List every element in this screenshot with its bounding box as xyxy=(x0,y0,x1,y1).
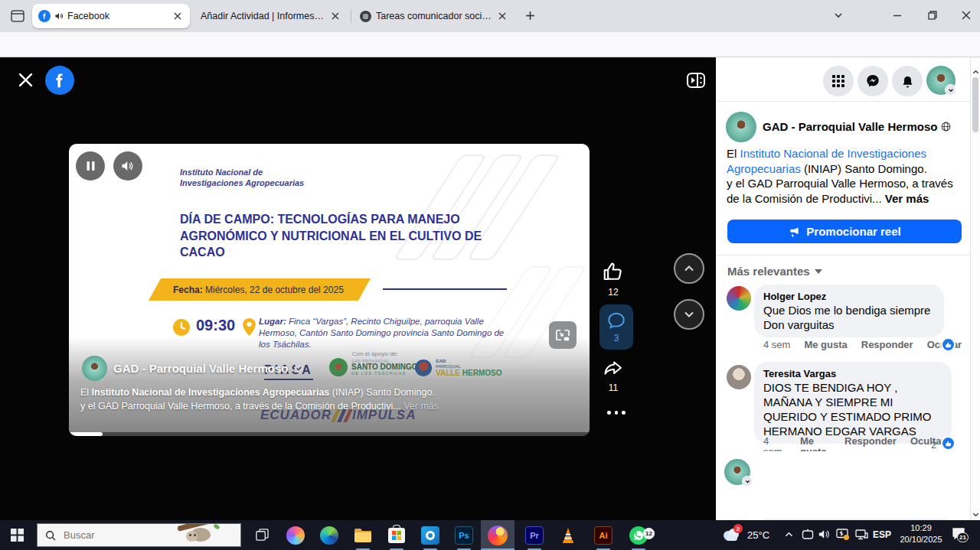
comment-author[interactable]: Holger Lopez xyxy=(763,290,935,303)
tab-close-icon[interactable] xyxy=(496,10,508,22)
apps-grid-button[interactable] xyxy=(823,66,854,96)
next-reel-button[interactable] xyxy=(674,299,704,330)
notification-center-icon[interactable]: 21 xyxy=(952,527,965,540)
reel-video[interactable]: Instituto Nacional de Investigaciones Ag… xyxy=(69,144,590,436)
like-button[interactable]: 12 xyxy=(602,260,625,298)
more-options-button[interactable] xyxy=(607,411,626,415)
promote-reel-button[interactable]: Promocionar reel xyxy=(727,220,962,243)
tray-volume-icon[interactable] xyxy=(818,529,831,540)
panel-scrollbar[interactable] xyxy=(970,57,980,520)
task-view-button[interactable] xyxy=(245,520,279,550)
commenter-avatar[interactable] xyxy=(727,286,751,311)
panel-divider xyxy=(716,101,970,102)
messenger-button[interactable] xyxy=(858,66,888,96)
taskbar-photoshop-button[interactable]: Ps xyxy=(447,520,481,550)
panel-divider xyxy=(716,255,970,255)
video-progress-track[interactable] xyxy=(69,432,590,436)
poster-divider-line xyxy=(383,288,507,290)
tab-audio-icon[interactable] xyxy=(54,11,64,21)
comment-like-badge[interactable] xyxy=(941,436,956,451)
share-button[interactable]: 11 xyxy=(602,357,625,393)
tab-tareas[interactable]: Tareas comunicador social GAD xyxy=(354,4,514,28)
list-all-tabs-button[interactable] xyxy=(831,8,846,23)
comment-bubble[interactable]: Holger Lopez Que Dios me lo bendiga siem… xyxy=(754,285,944,337)
window-minimize-button[interactable] xyxy=(890,8,905,23)
tray-time: 10:29 xyxy=(893,522,949,534)
taskbar-illustrator-button[interactable]: Ai xyxy=(586,520,620,550)
weather-badge: 2 xyxy=(733,524,743,533)
chevron-down-icon xyxy=(815,269,822,274)
firefox-view-button[interactable] xyxy=(10,8,25,27)
taskbar-whatsapp-button[interactable]: 12 xyxy=(622,520,655,550)
search-input[interactable] xyxy=(64,529,171,541)
sidebar-toggle-icon[interactable] xyxy=(686,71,706,93)
comment-like-badge[interactable] xyxy=(941,337,956,352)
temperature-label[interactable]: 25°C xyxy=(747,529,769,541)
whatsapp-badge: 12 xyxy=(643,528,655,539)
taskbar-copilot-button[interactable] xyxy=(279,520,312,550)
video-caption-line2: y el GAD Parroquial Valle Hermoso, a tra… xyxy=(80,401,570,412)
tab-close-icon[interactable] xyxy=(172,10,184,22)
reel-stage: Instituto Nacional de Investigaciones Ag… xyxy=(0,57,716,520)
close-reel-button[interactable] xyxy=(18,73,33,90)
page-name[interactable]: GAD - Parroquial Valle Hermoso xyxy=(763,120,951,133)
taskbar-outlook-button[interactable] xyxy=(413,520,447,550)
comment-bubble[interactable]: Teresita Vargas DIOS TE BENDIGA HOY , MA… xyxy=(754,362,952,444)
comment-actions: 4 sem Me gusta Responder Ocultar xyxy=(763,340,962,350)
previous-reel-button[interactable] xyxy=(674,253,704,284)
taskbar-edge-button[interactable] xyxy=(312,520,346,550)
tray-date: 20/10/2025 xyxy=(893,534,949,545)
search-highlight-sloth-image[interactable] xyxy=(171,523,224,547)
megaphone-icon xyxy=(788,226,800,238)
ver-mas-link[interactable]: Ver más xyxy=(403,401,439,412)
page-avatar[interactable] xyxy=(82,356,107,381)
tab-close-icon[interactable] xyxy=(329,10,341,22)
comment-button[interactable]: 3 xyxy=(599,304,633,350)
tab-informes[interactable]: Añadir Actividad | Informes Mensua xyxy=(194,4,348,28)
browser-toolbar: www.facebook.com/reel/807095881787930 S xyxy=(0,32,980,57)
scrollbar-thumb[interactable] xyxy=(972,77,978,132)
comment-text: DIOS TE BENDIGA HOY , MAÑANA Y SIEMPRE M… xyxy=(763,380,942,438)
picture-in-picture-button[interactable] xyxy=(549,321,577,349)
tab-facebook[interactable]: Facebook xyxy=(32,4,190,28)
start-button[interactable] xyxy=(0,520,34,550)
mute-button[interactable] xyxy=(113,151,142,181)
window-close-button[interactable] xyxy=(959,8,974,23)
profile-button[interactable] xyxy=(926,66,956,95)
comment-reply-link[interactable]: Responder xyxy=(861,340,913,350)
comment-author[interactable]: Teresita Vargas xyxy=(763,367,942,380)
comment-like-link[interactable]: Me gusta xyxy=(804,340,847,350)
windows-taskbar: Ps Pr Ai 12 2 25°C xyxy=(0,520,980,550)
scroll-down-icon[interactable] xyxy=(972,507,979,521)
taskbar-search-box[interactable] xyxy=(37,523,241,547)
taskbar-vlc-button[interactable] xyxy=(551,520,585,550)
taskbar-explorer-button[interactable] xyxy=(346,520,380,550)
post-description: El Instituto Nacional de Investigaciones… xyxy=(727,146,969,206)
video-progress-fill xyxy=(69,432,103,436)
notifications-button[interactable] xyxy=(892,66,923,96)
page-name[interactable]: GAD - Parroquial Valle Hermoso xyxy=(113,362,288,375)
taskbar-premiere-button[interactable]: Pr xyxy=(518,520,551,550)
taskbar-firefox-button[interactable] xyxy=(481,520,514,550)
ver-mas-link[interactable]: Ver más xyxy=(885,192,929,205)
comment-time[interactable]: 4 sem xyxy=(763,340,790,350)
like-count: 12 xyxy=(608,287,618,298)
profile-chevron-icon xyxy=(945,84,956,96)
commenter-avatar[interactable] xyxy=(727,365,751,389)
taskbar-store-button[interactable] xyxy=(380,520,413,550)
window-restore-button[interactable] xyxy=(925,8,940,23)
new-tab-button[interactable] xyxy=(522,8,537,23)
language-indicator[interactable]: ESP xyxy=(873,529,891,540)
sort-comments-dropdown[interactable]: Más relevantes xyxy=(727,265,822,278)
video-page-row[interactable]: GAD - Parroquial Valle Hermoso xyxy=(82,356,304,381)
tray-meet-icon[interactable] xyxy=(802,529,814,541)
composer-avatar-chevron-icon[interactable] xyxy=(742,476,753,487)
tray-sync-icon[interactable] xyxy=(836,529,849,540)
pause-button[interactable] xyxy=(76,151,105,181)
taskbar-clock[interactable]: 10:29 20/10/2025 xyxy=(893,522,949,545)
facebook-logo[interactable] xyxy=(45,66,74,95)
page-avatar[interactable] xyxy=(726,112,756,142)
weather-icon[interactable]: 2 xyxy=(721,527,742,541)
tray-network-icon[interactable] xyxy=(855,529,868,540)
tray-chevron-up-icon[interactable] xyxy=(785,531,793,539)
